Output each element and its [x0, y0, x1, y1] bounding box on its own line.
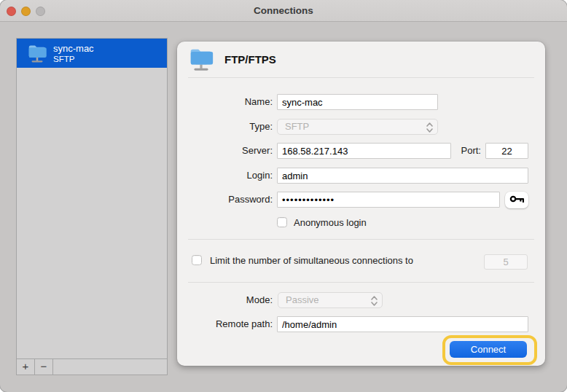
- login-input[interactable]: [277, 168, 528, 184]
- network-folder-icon: [187, 45, 215, 73]
- anonymous-login-checkbox[interactable]: [277, 217, 287, 227]
- remote-path-input[interactable]: [277, 316, 528, 332]
- remote-path-label: Remote path:: [177, 316, 273, 332]
- divider: [188, 282, 534, 283]
- anonymous-login-label: Anonymous login: [294, 217, 367, 228]
- mode-select-value: Passive: [286, 294, 319, 305]
- connections-sidebar: sync-mac SFTP + −: [16, 38, 168, 375]
- panel-title: FTP/FTPS: [224, 53, 276, 66]
- mode-select[interactable]: Passive: [278, 292, 383, 308]
- sidebar-toolbar: + −: [17, 358, 167, 375]
- type-select-value: SFTP: [285, 121, 309, 132]
- server-label: Server:: [177, 143, 273, 159]
- connection-name: sync-mac: [53, 43, 94, 54]
- title-bar: Connections: [0, 0, 567, 22]
- remove-connection-button[interactable]: −: [35, 359, 53, 375]
- divider: [188, 77, 534, 78]
- window-title: Connections: [0, 0, 567, 22]
- login-label: Login:: [177, 168, 273, 184]
- server-input[interactable]: [277, 143, 451, 159]
- divider: [188, 239, 534, 240]
- type-select[interactable]: SFTP: [277, 119, 438, 135]
- name-label: Name:: [177, 94, 273, 110]
- port-label: Port:: [431, 143, 481, 159]
- keychain-button[interactable]: [505, 192, 528, 208]
- chevron-up-down-icon: [371, 296, 378, 310]
- connections-window: Connections sync-mac SFTP + − FTP/FTPS N…: [0, 0, 567, 392]
- password-input[interactable]: [277, 192, 500, 208]
- connect-button[interactable]: Connect: [450, 341, 527, 358]
- limit-connections-value: 5: [484, 254, 528, 270]
- add-connection-button[interactable]: +: [17, 359, 35, 375]
- limit-connections-checkbox[interactable]: [192, 255, 202, 265]
- password-label: Password:: [177, 192, 273, 208]
- sidebar-item-sync-mac[interactable]: sync-mac SFTP: [17, 39, 167, 68]
- network-folder-icon: [26, 42, 48, 64]
- chevron-up-down-icon: [426, 122, 433, 137]
- connection-protocol: SFTP: [53, 54, 94, 64]
- mode-label: Mode:: [177, 292, 273, 308]
- key-icon: [509, 194, 525, 207]
- port-input[interactable]: [485, 143, 528, 159]
- type-label: Type:: [177, 119, 273, 135]
- limit-connections-label: Limit the number of simultaneous connect…: [210, 255, 413, 266]
- connection-settings-panel: FTP/FTPS Name: Type: SFTP Server: Port: …: [177, 42, 545, 366]
- name-input[interactable]: [277, 94, 438, 110]
